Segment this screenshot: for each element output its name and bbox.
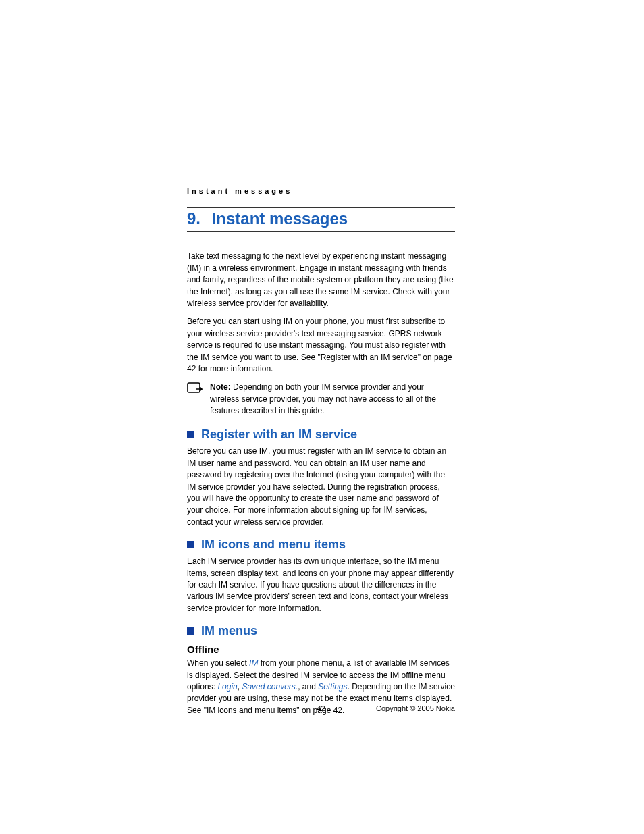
copyright-text: Copyright © 2005 Nokia — [376, 704, 455, 712]
offline-comma2: , and — [298, 682, 318, 692]
square-bullet-icon — [187, 541, 194, 548]
section-im-menus-heading: IM menus — [187, 624, 455, 638]
im-link[interactable]: IM — [249, 658, 258, 668]
note-text: Note: Depending on both your IM service … — [210, 382, 455, 417]
saved-convers-link[interactable]: Saved convers. — [242, 682, 298, 692]
section-register-body: Before you can use IM, you must register… — [187, 446, 455, 528]
svg-rect-0 — [188, 383, 200, 392]
square-bullet-icon — [187, 431, 194, 438]
note-body: Depending on both your IM service provid… — [210, 382, 436, 415]
note-icon — [187, 382, 203, 398]
page-footer: 42 Copyright © 2005 Nokia — [187, 704, 455, 712]
section-register-heading: Register with an IM service — [187, 427, 455, 442]
section-register-title: Register with an IM service — [201, 427, 357, 442]
section-icons-menus-body: Each IM service provider has its own uni… — [187, 556, 455, 615]
offline-subheading: Offline — [187, 644, 455, 655]
intro-paragraph-2: Before you can start using IM on your ph… — [187, 316, 455, 375]
square-bullet-icon — [187, 627, 194, 635]
settings-link[interactable]: Settings — [318, 682, 347, 692]
section-icons-menus-title: IM icons and menu items — [201, 538, 346, 552]
page-number: 42 — [317, 704, 325, 712]
running-header: Instant messages — [187, 187, 455, 195]
login-link[interactable]: Login — [217, 682, 237, 692]
section-im-menus-title: IM menus — [201, 624, 257, 638]
offline-text-pre: When you select — [187, 658, 249, 668]
page-content: Instant messages 9. Instant messages Tak… — [0, 0, 644, 716]
chapter-number: 9. — [187, 210, 200, 228]
chapter-title: 9. Instant messages — [187, 207, 455, 232]
intro-paragraph-1: Take text messaging to the next level by… — [187, 251, 455, 309]
note-label: Note: — [210, 382, 231, 392]
note-block: Note: Depending on both your IM service … — [187, 382, 455, 417]
chapter-title-text: Instant messages — [212, 210, 348, 228]
section-icons-menus-heading: IM icons and menu items — [187, 538, 455, 552]
